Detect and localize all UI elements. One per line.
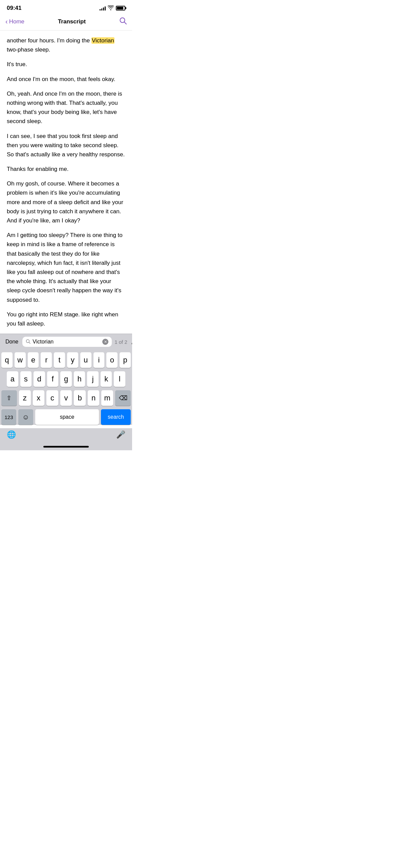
battery-icon — [116, 6, 125, 11]
text-before-highlight: another four hours. I'm doing the — [7, 37, 91, 44]
key-v[interactable]: v — [60, 390, 72, 406]
key-delete[interactable]: ⌫ — [115, 390, 131, 406]
keyboard-row-1: q w e r t y u i o p — [0, 352, 132, 368]
find-input-field[interactable] — [33, 339, 100, 345]
highlighted-word: Victorian — [91, 37, 114, 44]
find-count: 1 of 2 — [114, 339, 127, 345]
status-bar: 09:41 — [0, 0, 132, 14]
key-f[interactable]: f — [47, 371, 59, 387]
key-u[interactable]: u — [80, 352, 91, 368]
find-clear-button[interactable]: ✕ — [102, 339, 108, 345]
key-k[interactable]: k — [101, 371, 112, 387]
key-shift[interactable]: ⇧ — [1, 390, 17, 406]
find-done-button[interactable]: Done — [4, 339, 20, 345]
key-j[interactable]: j — [87, 371, 99, 387]
key-d[interactable]: d — [34, 371, 45, 387]
svg-line-3 — [29, 342, 30, 343]
key-a[interactable]: a — [7, 371, 18, 387]
key-space[interactable]: space — [35, 409, 99, 425]
wifi-icon — [108, 5, 114, 11]
keyboard-row-2: a s d f g h j k l — [0, 371, 132, 387]
key-q[interactable]: q — [1, 352, 13, 368]
keyboard: q w e r t y u i o p a s d f g h j k l ⇧ … — [0, 350, 132, 425]
key-m[interactable]: m — [101, 390, 113, 406]
key-o[interactable]: o — [106, 352, 118, 368]
find-input-wrap: ✕ — [22, 337, 112, 347]
signal-icon — [100, 6, 106, 11]
key-e[interactable]: e — [28, 352, 39, 368]
nav-bar: ‹ Home Transcript — [0, 14, 132, 31]
key-z[interactable]: z — [19, 390, 31, 406]
paragraph-7: Oh my gosh, of course. Where it becomes … — [7, 179, 125, 225]
paragraph-2: It's true. — [7, 60, 125, 69]
home-indicator-wrap — [0, 445, 132, 450]
keyboard-row-3: ⇧ z x c v b n m ⌫ — [0, 390, 132, 406]
status-icons — [100, 5, 125, 11]
page-title: Transcript — [58, 18, 86, 25]
paragraph-4: Oh, yeah. And once I'm on the moon, ther… — [7, 89, 125, 126]
text-after-highlight: two-phase sleep. — [7, 46, 50, 53]
key-numbers[interactable]: 123 — [1, 409, 16, 425]
paragraph-9: You go right into REM stage. like right … — [7, 310, 125, 328]
find-search-icon — [26, 339, 30, 345]
back-label: Home — [9, 18, 24, 25]
key-s[interactable]: s — [20, 371, 32, 387]
key-emoji[interactable]: ☺ — [18, 409, 33, 425]
paragraph-6: Thanks for enabling me. — [7, 164, 125, 174]
paragraph-5: I can see, I see that you took first sle… — [7, 132, 125, 159]
find-bar: Done ✕ 1 of 2 ∧ ∨ — [0, 334, 132, 350]
transcript-content: another four hours. I'm doing the Victor… — [0, 31, 132, 328]
key-b[interactable]: b — [74, 390, 86, 406]
key-y[interactable]: y — [67, 352, 78, 368]
transcript-body: another four hours. I'm doing the Victor… — [7, 36, 125, 328]
key-i[interactable]: i — [93, 352, 105, 368]
key-r[interactable]: r — [41, 352, 52, 368]
paragraph-1: another four hours. I'm doing the Victor… — [7, 36, 125, 54]
keyboard-row-4: 123 ☺ space search — [0, 409, 132, 425]
globe-icon[interactable]: 🌐 — [7, 430, 16, 439]
key-g[interactable]: g — [60, 371, 72, 387]
key-p[interactable]: p — [120, 352, 131, 368]
home-indicator — [43, 446, 89, 448]
mic-icon[interactable]: 🎤 — [116, 430, 125, 439]
key-w[interactable]: w — [15, 352, 26, 368]
bottom-bar: 🌐 🎤 — [0, 428, 132, 445]
key-x[interactable]: x — [33, 390, 45, 406]
paragraph-8: Am I getting too sleepy? There is one th… — [7, 231, 125, 304]
key-n[interactable]: n — [88, 390, 100, 406]
key-t[interactable]: t — [54, 352, 65, 368]
key-search[interactable]: search — [101, 409, 131, 425]
key-c[interactable]: c — [46, 390, 58, 406]
find-prev-button[interactable]: ∧ — [130, 338, 132, 346]
search-button[interactable] — [119, 17, 127, 26]
status-time: 09:41 — [7, 5, 21, 12]
key-l[interactable]: l — [114, 371, 125, 387]
paragraph-3: And once I'm on the moon, that feels oka… — [7, 75, 125, 84]
key-h[interactable]: h — [74, 371, 85, 387]
find-nav-buttons: ∧ ∨ — [130, 338, 132, 346]
back-button[interactable]: ‹ Home — [5, 18, 24, 25]
svg-line-1 — [124, 22, 126, 24]
chevron-left-icon: ‹ — [5, 18, 8, 25]
